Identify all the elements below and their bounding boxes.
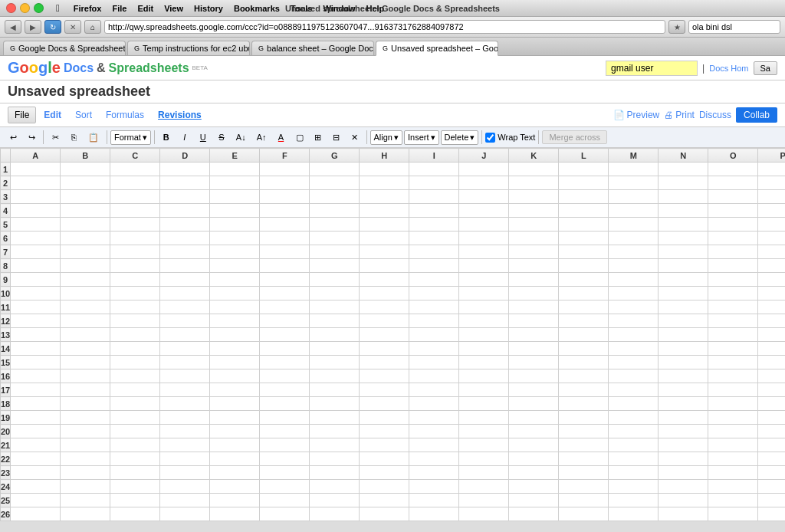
cell-H15[interactable] [360,356,409,369]
cell-M4[interactable] [609,204,659,218]
cell-L2[interactable] [559,176,609,190]
cell-I13[interactable] [409,328,459,342]
cell-B25[interactable] [61,494,110,507]
cell-P20[interactable] [758,425,785,438]
maximize-button[interactable] [34,3,44,13]
cell-B12[interactable] [61,314,110,328]
cell-K23[interactable] [509,466,559,480]
cell-J24[interactable] [459,480,509,494]
wrap-text-checkbox-label[interactable]: Wrap Text [485,133,535,143]
cell-C24[interactable] [110,480,160,494]
cell-D5[interactable] [160,218,210,232]
address-bar[interactable] [104,20,665,34]
cell-D18[interactable] [160,397,210,411]
cell-I25[interactable] [409,494,459,507]
cell-H10[interactable] [360,287,409,300]
file-menu[interactable]: File [107,4,131,13]
cell-H1[interactable] [360,163,409,176]
cell-A15[interactable] [11,356,61,369]
cell-G15[interactable] [310,356,360,369]
cell-H9[interactable] [360,273,409,287]
clear-button[interactable]: ✕ [347,130,363,145]
cell-J17[interactable] [459,383,509,397]
cell-G12[interactable] [310,314,360,328]
cell-N9[interactable] [659,273,708,287]
cell-F6[interactable] [260,232,310,245]
collab-button[interactable]: Collab [736,107,777,123]
cell-N18[interactable] [659,397,708,411]
cell-O16[interactable] [708,369,758,383]
cell-O6[interactable] [708,232,758,245]
cell-I11[interactable] [409,300,459,314]
file-dropdown[interactable]: File [8,107,36,123]
cell-B4[interactable] [61,204,110,218]
tab-1[interactable]: G Google Docs & Spreadsheets ✕ [3,41,126,55]
cell-P7[interactable] [758,245,785,259]
cell-G23[interactable] [310,466,360,480]
cell-J3[interactable] [459,190,509,204]
cell-L18[interactable] [559,397,609,411]
cell-J12[interactable] [459,314,509,328]
cell-K2[interactable] [509,176,559,190]
cell-C3[interactable] [110,190,160,204]
cell-I15[interactable] [409,356,459,369]
cell-G4[interactable] [310,204,360,218]
cell-O20[interactable] [708,425,758,438]
cell-E7[interactable] [210,245,260,259]
cell-O10[interactable] [708,287,758,300]
cell-I1[interactable] [409,163,459,176]
cell-L1[interactable] [559,163,609,176]
cell-G18[interactable] [310,397,360,411]
cell-H23[interactable] [360,466,409,480]
minimize-button[interactable] [20,3,30,13]
cell-K13[interactable] [509,328,559,342]
cell-D23[interactable] [160,466,210,480]
cell-C10[interactable] [110,287,160,300]
cell-L20[interactable] [559,425,609,438]
history-menu[interactable]: History [189,4,228,13]
cell-L3[interactable] [559,190,609,204]
cell-O7[interactable] [708,245,758,259]
cell-I18[interactable] [409,397,459,411]
cell-O2[interactable] [708,176,758,190]
cell-K22[interactable] [509,452,559,466]
cell-O19[interactable] [708,411,758,425]
cut-button[interactable]: ✂ [47,130,64,145]
cell-D16[interactable] [160,369,210,383]
cell-O14[interactable] [708,342,758,356]
cell-C21[interactable] [110,438,160,452]
cell-B19[interactable] [61,411,110,425]
cell-H6[interactable] [360,232,409,245]
cell-H22[interactable] [360,452,409,466]
cell-C17[interactable] [110,383,160,397]
save-button[interactable]: Sa [754,61,777,75]
borders-button[interactable]: ⊞ [310,130,327,145]
cell-P15[interactable] [758,356,785,369]
cell-F14[interactable] [260,342,310,356]
cell-G7[interactable] [310,245,360,259]
cell-G14[interactable] [310,342,360,356]
bg-color-button[interactable]: ▢ [291,130,308,145]
cell-K14[interactable] [509,342,559,356]
cell-A9[interactable] [11,273,61,287]
cell-J18[interactable] [459,397,509,411]
cell-I23[interactable] [409,466,459,480]
cell-P23[interactable] [758,466,785,480]
cell-J25[interactable] [459,494,509,507]
cell-B26[interactable] [61,507,110,521]
cell-L22[interactable] [559,452,609,466]
cell-L14[interactable] [559,342,609,356]
cell-I4[interactable] [409,204,459,218]
cell-E22[interactable] [210,452,260,466]
cell-L23[interactable] [559,466,609,480]
cell-C20[interactable] [110,425,160,438]
cell-N5[interactable] [659,218,708,232]
cell-M1[interactable] [609,163,659,176]
cell-D7[interactable] [160,245,210,259]
decrease-font-button[interactable]: A↓ [232,130,251,145]
cell-A11[interactable] [11,300,61,314]
cell-N24[interactable] [659,480,708,494]
cell-M17[interactable] [609,383,659,397]
cell-K25[interactable] [509,494,559,507]
cell-C7[interactable] [110,245,160,259]
